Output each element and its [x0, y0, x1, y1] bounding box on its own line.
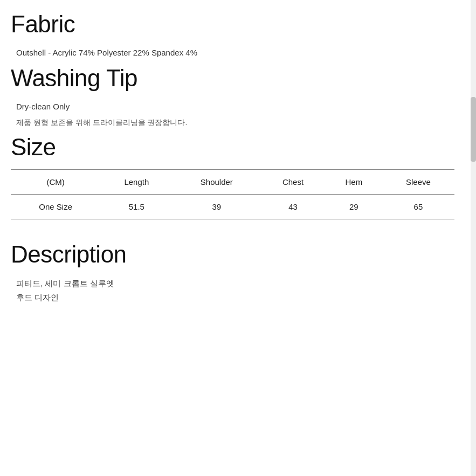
- main-content: Fabric Outshell - Acrylic 74% Polyester …: [0, 0, 471, 336]
- col-header-hem: Hem: [326, 170, 382, 195]
- col-header-shoulder: Shoulder: [173, 170, 260, 195]
- description-line: 후드 디자인: [16, 291, 454, 305]
- col-header-length: Length: [100, 170, 173, 195]
- washing-section: Washing Tip Dry-clean Only 제품 원형 보존을 위해 …: [11, 65, 454, 128]
- scrollbar[interactable]: [471, 0, 476, 476]
- fabric-section: Fabric Outshell - Acrylic 74% Polyester …: [11, 11, 454, 59]
- col-header-chest: Chest: [260, 170, 325, 195]
- size-title: Size: [11, 134, 454, 161]
- size-section: Size (CM) Length Shoulder Chest Hem Slee…: [11, 134, 454, 219]
- fabric-body: Outshell - Acrylic 74% Polyester 22% Spa…: [16, 46, 454, 59]
- washing-sub: 제품 원형 보존을 위해 드라이클리닝을 권장합니다.: [16, 116, 454, 128]
- table-row: One Size51.539432965: [11, 195, 454, 219]
- table-cell: 39: [173, 195, 260, 219]
- size-table: (CM) Length Shoulder Chest Hem Sleeve On…: [11, 169, 454, 219]
- table-cell: 51.5: [100, 195, 173, 219]
- description-body: 피티드, 세미 크롭트 실루엣후드 디자인: [16, 277, 454, 304]
- table-cell: 65: [382, 195, 454, 219]
- fabric-title: Fabric: [11, 11, 454, 38]
- size-table-header-row: (CM) Length Shoulder Chest Hem Sleeve: [11, 170, 454, 195]
- col-header-cm: (CM): [11, 170, 100, 195]
- washing-body: Dry-clean Only: [16, 100, 454, 113]
- description-title: Description: [11, 241, 454, 268]
- washing-title: Washing Tip: [11, 65, 454, 92]
- table-cell: One Size: [11, 195, 100, 219]
- table-cell: 29: [326, 195, 382, 219]
- description-line: 피티드, 세미 크롭트 실루엣: [16, 277, 454, 291]
- col-header-sleeve: Sleeve: [382, 170, 454, 195]
- description-section: Description 피티드, 세미 크롭트 실루엣후드 디자인: [11, 241, 454, 304]
- table-cell: 43: [260, 195, 325, 219]
- scrollbar-thumb[interactable]: [471, 97, 476, 162]
